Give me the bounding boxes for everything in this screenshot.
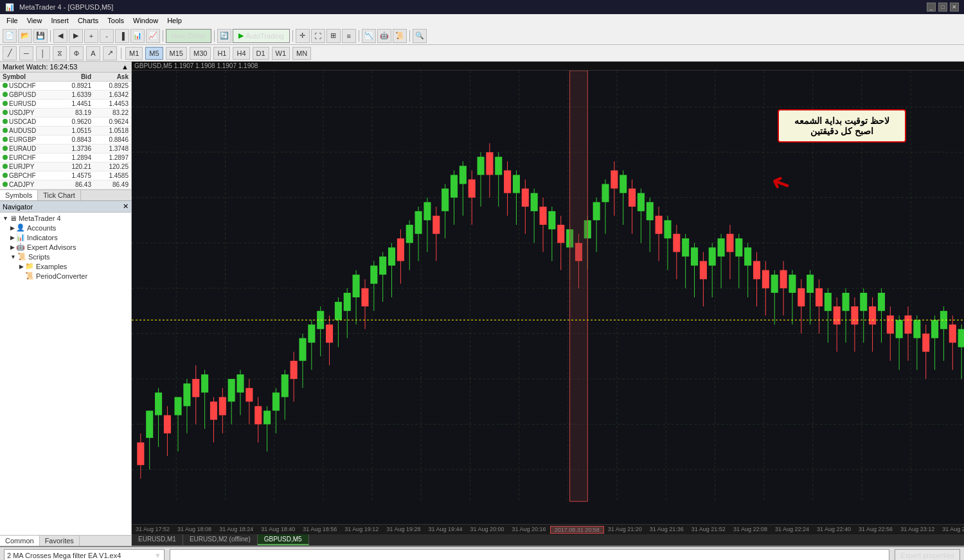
mw-symbol: USDCHF <box>3 82 54 89</box>
hline-tool[interactable]: ─ <box>19 46 33 60</box>
nav-period-converter-icon: 📜 <box>25 272 34 280</box>
search-btn[interactable]: 🔍 <box>413 29 427 43</box>
svg-rect-193 <box>878 293 885 311</box>
menu-help[interactable]: Help <box>163 15 186 26</box>
channel-tool[interactable]: ⧖ <box>53 46 67 60</box>
crosshair-btn[interactable]: ✛ <box>296 29 310 43</box>
zoom-fit-btn[interactable]: ⛶ <box>311 29 325 43</box>
candle-btn[interactable]: 📊 <box>130 29 145 43</box>
save-btn[interactable]: 💾 <box>33 29 48 43</box>
grid-btn[interactable]: ⊞ <box>326 29 341 43</box>
menu-view[interactable]: View <box>23 15 46 26</box>
back-btn[interactable]: ◀ <box>53 29 67 43</box>
text-tool[interactable]: A <box>86 46 100 60</box>
market-watch-row[interactable]: AUDUSD 1.0515 1.0518 <box>0 127 131 136</box>
nav-item-indicators[interactable]: ▶ 📊 Indicators <box>1 232 130 242</box>
tab-symbols[interactable]: Symbols <box>0 190 38 200</box>
nav-root[interactable]: ▼ 🖥 MetaTrader 4 <box>1 214 130 223</box>
market-watch-row[interactable]: EURJPY 120.21 120.25 <box>0 162 131 171</box>
chart-tab-eurusd-m1[interactable]: EURUSD,M1 <box>132 534 183 545</box>
nav-item-examples[interactable]: ▶ 📁 Examples <box>1 261 130 271</box>
svg-rect-73 <box>344 293 351 311</box>
period-mn[interactable]: MN <box>292 47 311 60</box>
svg-rect-175 <box>798 288 805 306</box>
line-tool[interactable]: ╱ <box>3 46 17 60</box>
period-h1[interactable]: H1 <box>213 47 230 60</box>
expert-properties-button[interactable]: Expert properties <box>895 549 960 560</box>
close-button[interactable]: ✕ <box>950 3 959 12</box>
open-btn[interactable]: 📂 <box>18 29 32 43</box>
nav-item-accounts[interactable]: ▶ 👤 Accounts <box>1 223 130 232</box>
svg-rect-151 <box>691 247 698 265</box>
line-btn[interactable]: 📈 <box>146 29 160 43</box>
minimize-button[interactable]: _ <box>927 3 936 12</box>
svg-rect-199 <box>904 315 911 333</box>
market-watch-row[interactable]: EURGBP 0.8843 0.8846 <box>0 136 131 144</box>
maximize-button[interactable]: □ <box>938 3 947 12</box>
period-m5[interactable]: M5 <box>145 47 163 60</box>
market-watch-row[interactable]: USDCAD 0.9620 0.9624 <box>0 118 131 127</box>
market-watch-row[interactable]: CADJPY 86.43 86.49 <box>0 180 131 189</box>
chart-canvas[interactable]: 1.1930 1.1925 1.1920 1.1915 1.1910 1.190… <box>132 71 964 524</box>
indicators-btn[interactable]: 📉 <box>362 29 376 43</box>
nav-item-experts[interactable]: ▶ 🤖 Expert Advisors <box>1 242 130 252</box>
tab-tick-chart[interactable]: Tick Chart <box>38 190 81 200</box>
mw-ask: 1.2897 <box>91 154 129 161</box>
market-watch-row[interactable]: EURCHF 1.2894 1.2897 <box>0 153 131 162</box>
market-watch-row[interactable]: EURAUD 1.3736 1.3748 <box>0 144 131 153</box>
nav-accounts-arrow: ▶ <box>10 225 15 231</box>
period-m15[interactable]: M15 <box>166 47 187 60</box>
nav-root-label: MetaTrader 4 <box>19 214 61 222</box>
nav-accounts-icon: 👤 <box>16 223 25 232</box>
bar-chart-btn[interactable]: ▐ <box>115 29 129 43</box>
market-watch-row[interactable]: USDCHF 0.8921 0.8925 <box>0 82 131 91</box>
period-m30[interactable]: M30 <box>190 47 211 60</box>
svg-rect-179 <box>816 288 823 306</box>
chart-tab-eurusd-m2[interactable]: EURUSD,M2 (offline) <box>183 534 258 545</box>
mw-symbol: EURAUD <box>3 145 54 152</box>
autotrading-button[interactable]: ▶ AutoTrading <box>233 29 290 43</box>
ea-name-field <box>170 549 889 560</box>
nav-tab-favorites[interactable]: Favorites <box>40 536 80 546</box>
zoom-out-btn[interactable]: - <box>100 29 114 43</box>
nav-item-period-converter[interactable]: ▶ 📜 PeriodConverter <box>1 271 130 281</box>
volume-btn[interactable]: ≡ <box>342 29 356 43</box>
nav-tab-common[interactable]: Common <box>0 536 40 546</box>
svg-rect-212 <box>570 71 588 502</box>
nav-item-scripts[interactable]: ▼ 📜 Scripts <box>1 252 130 261</box>
svg-rect-91 <box>424 202 431 220</box>
new-chart-btn[interactable]: 📄 <box>3 29 17 43</box>
vline-tool[interactable]: │ <box>36 46 50 60</box>
fwd-btn[interactable]: ▶ <box>69 29 83 43</box>
market-watch-row[interactable]: USDJPY 83.19 83.22 <box>0 109 131 118</box>
period-d1[interactable]: D1 <box>253 47 269 60</box>
arrow-tool[interactable]: ↗ <box>103 46 117 60</box>
market-watch-row[interactable]: GBPCHF 1.4575 1.4585 <box>0 171 131 180</box>
nav-experts-label: Expert Advisors <box>27 243 76 251</box>
navigator-tabs: Common Favorites <box>0 535 131 546</box>
menu-window[interactable]: Window <box>129 15 162 26</box>
market-watch-row[interactable]: EURUSD 1.4451 1.4453 <box>0 100 131 109</box>
experts-btn[interactable]: 🤖 <box>377 29 391 43</box>
chart-tab-gbpusd-m5[interactable]: GBPUSD,M5 <box>258 534 309 545</box>
scripts-btn[interactable]: 📜 <box>393 29 407 43</box>
refresh-btn[interactable]: 🔄 <box>217 29 231 43</box>
annotation-line1: لاحظ توقيت بداية الشمعه <box>787 116 897 126</box>
period-h4[interactable]: H4 <box>233 47 249 60</box>
menu-tools[interactable]: Tools <box>103 15 128 26</box>
zoom-in-btn[interactable]: + <box>84 29 98 43</box>
menu-file[interactable]: File <box>3 15 22 26</box>
period-w1[interactable]: W1 <box>272 47 290 60</box>
navigator-close-button[interactable]: ✕ <box>123 202 129 211</box>
period-m1[interactable]: M1 <box>125 47 143 60</box>
fib-tool[interactable]: Ф <box>69 46 84 60</box>
ea-dropdown[interactable]: 2 MA Crosses Mega filter EA V1.ex4 ▼ <box>4 549 165 560</box>
new-order-button[interactable]: New Order <box>166 29 211 43</box>
svg-rect-41 <box>201 374 208 392</box>
market-watch-scroll-up[interactable]: ▲ <box>121 63 129 71</box>
main-layout: Market Watch: 16:24:53 ▲ Symbol Bid Ask … <box>0 62 964 546</box>
svg-rect-139 <box>638 193 645 211</box>
menu-insert[interactable]: Insert <box>47 15 73 26</box>
market-watch-row[interactable]: GBPUSD 1.6339 1.6342 <box>0 91 131 100</box>
menu-charts[interactable]: Charts <box>74 15 102 26</box>
